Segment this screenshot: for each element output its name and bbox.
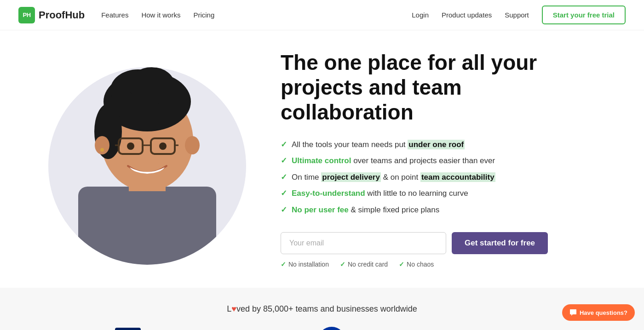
highlight: Ultimate control <box>292 156 351 165</box>
list-item: ✓ No per user fee & simple fixed price p… <box>281 204 593 216</box>
heart-icon: ♥ <box>231 304 236 313</box>
hero-title: The one place for all your projects and … <box>281 50 593 125</box>
check-icon: ✓ <box>281 139 287 151</box>
nav-links: Features How it works Pricing <box>101 11 214 19</box>
check-icon: ✓ <box>281 171 287 183</box>
svg-rect-0 <box>78 187 216 265</box>
svg-point-6 <box>129 67 175 104</box>
start-trial-button[interactable]: Start your free trial <box>542 6 626 24</box>
nav-link-support[interactable]: Support <box>505 11 529 19</box>
chat-label: Have questions? <box>580 309 627 316</box>
check-icon: ✓ <box>399 261 404 268</box>
highlight: Easy-to-understand <box>292 189 365 198</box>
nav-link-how-it-works[interactable]: How it works <box>141 11 180 19</box>
loved-text: L♥ved by 85,000+ teams and businesses wo… <box>18 304 626 314</box>
nav-link-product-updates[interactable]: Product updates <box>442 11 492 19</box>
no-installation-check: ✓ No installation <box>281 261 329 268</box>
brand-logos-row: M NETFLIX Google NASA <box>18 327 626 330</box>
hero-circle-bg <box>48 67 246 265</box>
nav-right: Login Product updates Support Start your… <box>412 6 626 24</box>
list-item: ✓ Easy-to-understand with little to no l… <box>281 188 593 199</box>
svg-point-8 <box>185 136 200 154</box>
highlight: project delivery <box>321 172 381 182</box>
svg-point-16 <box>100 148 104 152</box>
list-item: ✓ All the tools your team needs put unde… <box>281 139 593 151</box>
hero-image-area <box>32 53 262 265</box>
no-credit-card-check: ✓ No credit card <box>340 261 388 268</box>
check-icon: ✓ <box>281 188 287 199</box>
email-input[interactable] <box>281 232 446 254</box>
no-chaos-check: ✓ No chaos <box>399 261 434 268</box>
chat-icon <box>569 309 577 316</box>
navbar: PH ProofHub Features How it works Pricin… <box>0 0 644 30</box>
nav-link-login[interactable]: Login <box>412 11 429 19</box>
svg-point-14 <box>127 142 134 150</box>
highlight: team accountability <box>420 172 495 182</box>
get-started-button[interactable]: Get started for free <box>452 232 548 254</box>
hero-person-illustration <box>51 67 244 265</box>
list-item: ✓ On time project delivery & on point te… <box>281 171 593 183</box>
sub-checks: ✓ No installation ✓ No credit card ✓ No … <box>281 261 593 268</box>
check-icon: ✓ <box>281 261 286 268</box>
check-icon: ✓ <box>281 155 287 167</box>
check-icon: ✓ <box>340 261 345 268</box>
features-list: ✓ All the tools your team needs put unde… <box>281 139 593 216</box>
check-icon: ✓ <box>281 204 287 216</box>
email-cta-row: Get started for free <box>281 232 593 254</box>
hero-content: The one place for all your projects and … <box>281 32 593 286</box>
logo-icon: PH <box>18 7 35 23</box>
bottom-section: L♥ved by 85,000+ teams and businesses wo… <box>0 288 644 330</box>
highlight: under one roof <box>408 140 465 149</box>
hero-section: The one place for all your projects and … <box>0 30 644 288</box>
nav-link-features[interactable]: Features <box>101 11 128 19</box>
svg-point-15 <box>159 142 167 150</box>
logo[interactable]: PH ProofHub <box>18 7 85 23</box>
chat-button[interactable]: Have questions? <box>562 304 635 321</box>
logo-wordmark: ProofHub <box>39 9 85 21</box>
logo-michigan: M <box>115 328 141 330</box>
logo-nasa: NASA <box>318 327 345 330</box>
nav-left: PH ProofHub Features How it works Pricin… <box>18 7 214 23</box>
highlight: No per user fee <box>292 205 349 214</box>
list-item: ✓ Ultimate control over teams and projec… <box>281 155 593 167</box>
nav-link-pricing[interactable]: Pricing <box>193 11 214 19</box>
